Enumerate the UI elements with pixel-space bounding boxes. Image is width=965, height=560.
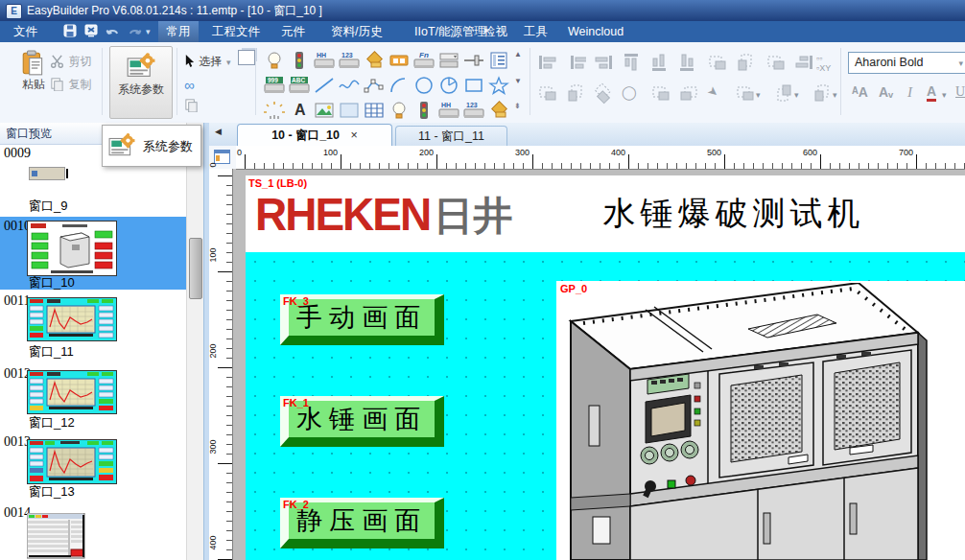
cut-button[interactable]: 剪切 bbox=[50, 52, 91, 70]
ribbon-tab-view[interactable]: 检视 bbox=[483, 21, 507, 42]
indicator-light2-icon[interactable] bbox=[388, 100, 411, 121]
ribbon-tab-tool[interactable]: 工具 bbox=[524, 21, 548, 42]
text-tool-icon[interactable]: A bbox=[288, 100, 311, 121]
macro-icon[interactable] bbox=[363, 50, 386, 71]
toggle-switch-icon[interactable]: HH bbox=[313, 50, 336, 71]
state-lamp-icon[interactable] bbox=[288, 50, 311, 71]
quick-access-caret[interactable]: ▾ bbox=[146, 21, 151, 42]
machine-picture[interactable]: GP_0 bbox=[556, 281, 965, 560]
flow-block-icon[interactable] bbox=[263, 100, 286, 121]
button-water-hammer-screen[interactable]: FK_1 水锤画面 bbox=[280, 396, 444, 447]
download-simulate-icon[interactable] bbox=[84, 24, 98, 37]
ribbon-tab-object[interactable]: 元件 bbox=[281, 21, 305, 42]
window-caption[interactable]: 窗口_9 bbox=[29, 198, 67, 215]
table-object-icon[interactable] bbox=[363, 100, 386, 121]
undo-icon[interactable] bbox=[106, 27, 121, 38]
align-left-icon[interactable] bbox=[537, 54, 558, 71]
button-manual-screen[interactable]: FK_3 手动画面 bbox=[280, 294, 444, 345]
circle-tool-icon[interactable] bbox=[412, 75, 435, 96]
resize-height-icon[interactable] bbox=[567, 82, 584, 104]
layer-icon[interactable] bbox=[735, 84, 756, 102]
send-back-icon[interactable] bbox=[678, 84, 699, 102]
switch-icon[interactable] bbox=[388, 50, 411, 71]
move-up-caret[interactable]: ▾ bbox=[794, 90, 799, 100]
duplicate-icon[interactable] bbox=[184, 98, 199, 112]
item-view-icon[interactable] bbox=[487, 50, 510, 71]
arc-tool-icon[interactable] bbox=[388, 75, 411, 96]
line-tool-icon[interactable] bbox=[313, 75, 336, 96]
frame-object-icon[interactable] bbox=[338, 100, 361, 121]
thumbnail-window-10[interactable] bbox=[27, 221, 117, 276]
pie-tool-icon[interactable] bbox=[437, 75, 460, 96]
logo[interactable]: RHEKEN日井 bbox=[255, 188, 512, 243]
redo-icon[interactable] bbox=[127, 27, 142, 38]
freehand-tool-icon[interactable] bbox=[338, 75, 361, 96]
align-right-icon[interactable] bbox=[593, 54, 614, 71]
ribbon-tab-weincloud[interactable]: Weincloud bbox=[568, 21, 624, 42]
tab-scroll-left-icon[interactable]: ◀ bbox=[215, 127, 222, 136]
window-caption[interactable]: 窗口_11 bbox=[29, 343, 74, 361]
distribute-horizontal-icon[interactable] bbox=[737, 52, 754, 73]
slider-icon[interactable] bbox=[462, 50, 485, 71]
sidebar-scrollbar-thumb[interactable] bbox=[189, 238, 202, 299]
function-key-icon[interactable]: Fn bbox=[412, 50, 435, 71]
star-tool-icon[interactable] bbox=[487, 75, 510, 96]
numeric-object-icon[interactable]: 123 bbox=[338, 50, 361, 71]
multi-copy-icon[interactable]: ∞ bbox=[184, 77, 193, 93]
align-middle-icon[interactable] bbox=[650, 52, 668, 73]
menu-file[interactable]: 文件 bbox=[13, 21, 37, 42]
align-center-icon[interactable] bbox=[565, 54, 586, 71]
tab-window-11[interactable]: 11 - 窗口_11 bbox=[395, 126, 507, 148]
ascii-display-icon[interactable]: ABC bbox=[288, 75, 311, 96]
state-lamp2-icon[interactable] bbox=[412, 100, 435, 121]
window-caption[interactable]: 窗口_10 bbox=[29, 274, 75, 292]
ribbon-tab-home[interactable]: 常用 bbox=[158, 21, 199, 42]
toggle-switch2-icon[interactable]: HH bbox=[437, 100, 460, 121]
screen-title[interactable]: 水锤爆破测试机 bbox=[576, 192, 892, 236]
font-enlarge-icon[interactable]: ᴬA bbox=[852, 84, 868, 100]
tab-window-10[interactable]: 10 - 窗口_10 × bbox=[237, 124, 392, 148]
numeric-object2-icon[interactable]: 123 bbox=[462, 100, 485, 121]
object-scroll-down-icon[interactable]: ▼ bbox=[514, 77, 522, 85]
thumbnail-window-9[interactable] bbox=[29, 167, 65, 180]
rectangle-tool-icon[interactable] bbox=[462, 75, 485, 96]
bring-front-icon[interactable] bbox=[650, 84, 671, 102]
indicator-light-icon[interactable] bbox=[263, 50, 286, 71]
italic-icon[interactable]: I bbox=[907, 84, 912, 101]
button-static-pressure-screen[interactable]: FK_2 静压画面 bbox=[280, 498, 444, 548]
thumbnail-window-11[interactable] bbox=[27, 297, 117, 341]
resize-both-icon[interactable] bbox=[590, 80, 617, 106]
window-number[interactable]: 0009 bbox=[4, 146, 31, 161]
distribute-vertical-icon[interactable] bbox=[707, 54, 728, 71]
font-family-select[interactable]: Aharoni Bold ▾ bbox=[848, 52, 965, 74]
select-button[interactable]: 选择 ▾ bbox=[184, 52, 230, 70]
tab-close-icon[interactable]: × bbox=[351, 128, 358, 142]
layer-caret[interactable]: ▾ bbox=[756, 90, 761, 100]
underline-icon[interactable]: U bbox=[955, 84, 965, 100]
xy-position-icon[interactable]: ▫▫▫XY bbox=[816, 54, 831, 73]
ribbon-tab-project[interactable]: 工程文件 bbox=[212, 21, 260, 42]
window-caption[interactable]: 窗口_13 bbox=[29, 483, 75, 501]
macro2-icon[interactable] bbox=[487, 100, 510, 121]
thumbnail-window-13[interactable] bbox=[27, 439, 117, 484]
resize-width-icon[interactable] bbox=[537, 84, 558, 102]
numeric-display-icon[interactable]: 999 bbox=[263, 75, 286, 96]
option-list-icon[interactable] bbox=[437, 50, 460, 71]
ribbon-tab-iiot[interactable]: IIoT/能源管理 bbox=[414, 21, 486, 42]
system-parameters-button[interactable]: 系统参数 bbox=[109, 46, 173, 119]
object-scroll-up-icon[interactable]: ▲ bbox=[514, 50, 522, 58]
new-window-icon[interactable] bbox=[238, 50, 255, 65]
move-up-layer-icon[interactable] bbox=[775, 82, 792, 104]
thumbnail-window-14[interactable] bbox=[27, 513, 86, 560]
copy-button[interactable]: 复制 bbox=[50, 75, 91, 93]
align-top-icon[interactable] bbox=[623, 52, 640, 73]
save-icon[interactable] bbox=[63, 24, 77, 37]
pin-icon[interactable]: ➤ bbox=[704, 82, 721, 101]
font-color-caret[interactable]: ▾ bbox=[942, 90, 947, 100]
font-shrink-icon[interactable]: Aᵥ bbox=[879, 84, 893, 100]
polyline-tool-icon[interactable] bbox=[363, 75, 386, 96]
move-down-caret[interactable]: ▾ bbox=[833, 90, 837, 100]
group-icon[interactable] bbox=[793, 54, 814, 71]
sidebar-scrollbar[interactable] bbox=[186, 123, 204, 560]
move-down-layer-icon[interactable] bbox=[813, 82, 831, 104]
